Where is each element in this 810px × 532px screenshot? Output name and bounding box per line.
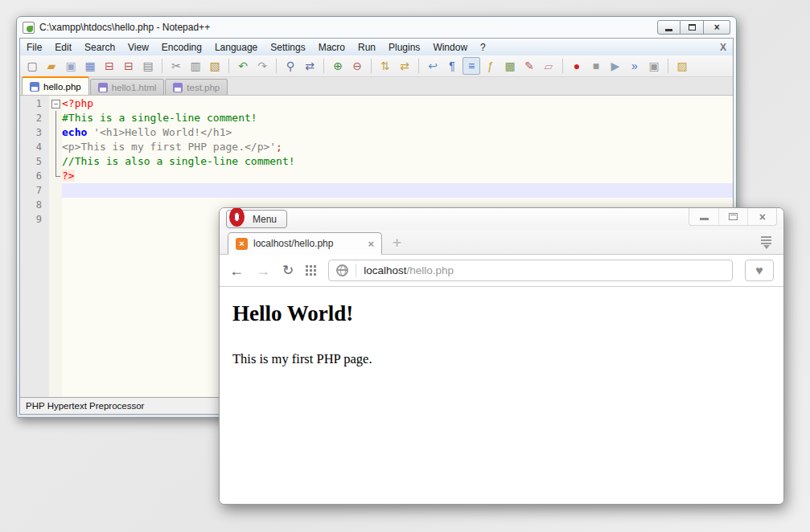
- paste-icon[interactable]: ▧: [206, 57, 224, 75]
- fold-margin: [49, 183, 62, 198]
- opera-maximize-button[interactable]: [718, 208, 747, 225]
- browser-page: Hello World! This is my first PHP page.: [220, 287, 783, 504]
- address-bar[interactable]: localhost/hello.php: [328, 260, 733, 281]
- code-line-1[interactable]: 1<?php: [20, 96, 733, 111]
- file-tab-hello.php[interactable]: hello.php: [22, 76, 89, 95]
- cut-icon[interactable]: ✂: [167, 57, 185, 75]
- menu-settings[interactable]: Settings: [264, 42, 311, 53]
- notepad-close-button[interactable]: ×: [704, 20, 730, 35]
- menu-plugins[interactable]: Plugins: [382, 42, 426, 53]
- save-all-icon[interactable]: ▦: [81, 57, 99, 75]
- code-line-2[interactable]: 2#This is a single-line comment!: [20, 111, 733, 125]
- back-button[interactable]: ←: [229, 264, 244, 278]
- notepad-toolbar: ▢▰▣▦⊟⊟▤✂▥▧↶↷⚲⇄⊕⊖⇅⇄↩¶≡ƒ▩✎▱●■▶»▣▨: [20, 55, 733, 77]
- fold-end-icon: [49, 169, 62, 183]
- fold-start-icon[interactable]: [49, 96, 62, 111]
- doc-switcher-icon[interactable]: ✎: [520, 57, 538, 75]
- close-all-icon[interactable]: ⊟: [120, 57, 138, 75]
- menu-file[interactable]: File: [20, 42, 48, 53]
- fold-mid-icon: [49, 154, 62, 169]
- opera-menu-label: Menu: [253, 214, 277, 225]
- code-line-5[interactable]: 5//This is also a single-line comment!: [20, 154, 733, 169]
- menu-view[interactable]: View: [121, 42, 155, 53]
- project-panel-icon[interactable]: ▱: [540, 57, 557, 75]
- code-line-7[interactable]: 7: [20, 183, 733, 198]
- replace-icon[interactable]: ⇄: [301, 57, 319, 75]
- print-icon[interactable]: ▤: [139, 57, 157, 75]
- menu-macro[interactable]: Macro: [312, 42, 352, 53]
- notepadpp-logo-icon: [23, 22, 35, 34]
- bookmark-button[interactable]: ♥: [745, 260, 774, 281]
- show-all-characters-icon[interactable]: ¶: [443, 57, 461, 75]
- sync-vertical-scroll-icon[interactable]: ⇅: [376, 57, 394, 75]
- document-map-icon[interactable]: ▩: [501, 57, 519, 75]
- menu-help[interactable]: ?: [474, 42, 492, 53]
- record-macro-icon[interactable]: ●: [568, 57, 586, 75]
- opera-top-strip: Menu ×: [220, 208, 783, 230]
- zoom-out-icon[interactable]: ⊖: [348, 57, 366, 75]
- close-icon: ×: [759, 211, 765, 223]
- toolbar-separator: [562, 59, 563, 73]
- close-file-icon[interactable]: ⊟: [101, 57, 118, 75]
- speed-dial-icon[interactable]: [306, 265, 308, 268]
- opera-tabbar: × localhost/hello.php × +: [220, 230, 783, 255]
- play-macro-icon[interactable]: ▶: [606, 57, 624, 75]
- redo-icon[interactable]: ↷: [253, 57, 271, 75]
- find-icon[interactable]: ⚲: [282, 57, 299, 75]
- tab-label: hello.php: [43, 82, 81, 92]
- stop-macro-icon[interactable]: ■: [587, 57, 605, 75]
- opera-menu-button[interactable]: Menu: [226, 210, 287, 228]
- save-macro-icon[interactable]: ▣: [645, 57, 663, 75]
- code-text: <p>This is my first PHP page.</p>';: [62, 140, 733, 154]
- open-file-icon[interactable]: ▰: [43, 57, 60, 75]
- menu-run[interactable]: Run: [352, 42, 382, 53]
- menu-window[interactable]: Window: [426, 42, 474, 53]
- forward-button[interactable]: →: [256, 264, 270, 278]
- menu-edit[interactable]: Edit: [48, 42, 78, 53]
- file-tab-test.php[interactable]: test.php: [165, 79, 228, 95]
- code-text: //This is also a single-line comment!: [62, 154, 733, 169]
- desktop: C:\xampp\htdocs\hello.php - Notepad++ × …: [0, 0, 810, 532]
- closed-tabs-bin-icon[interactable]: [761, 236, 772, 249]
- code-text: <?php: [62, 96, 733, 111]
- new-tab-button[interactable]: +: [393, 235, 401, 250]
- menu-search[interactable]: Search: [78, 42, 121, 53]
- tab-close-icon[interactable]: ×: [368, 239, 374, 249]
- tab-label: hello1.html: [112, 83, 157, 92]
- menubar-close-doc-button[interactable]: X: [713, 42, 733, 53]
- reload-button[interactable]: ↻: [282, 264, 294, 277]
- save-file-icon[interactable]: ▣: [62, 57, 80, 75]
- maximize-icon: [689, 24, 696, 31]
- notepad-titlebar[interactable]: C:\xampp\htdocs\hello.php - Notepad++ ×: [19, 17, 734, 38]
- toolbar-separator: [228, 59, 229, 73]
- notepad-window-title: C:\xampp\htdocs\hello.php - Notepad++: [39, 22, 210, 33]
- sync-horizontal-scroll-icon[interactable]: ⇄: [396, 57, 413, 75]
- code-line-4[interactable]: 4<p>This is my first PHP page.</p>';: [20, 140, 733, 154]
- code-line-6[interactable]: 6?>: [20, 169, 733, 183]
- globe-icon: [336, 264, 348, 276]
- new-file-icon[interactable]: ▢: [23, 57, 41, 75]
- run-macro-multiple-icon[interactable]: »: [626, 57, 643, 75]
- notepad-minimize-button[interactable]: [657, 20, 680, 35]
- function-completion-icon[interactable]: ƒ: [482, 57, 500, 75]
- opera-minimize-button[interactable]: [689, 208, 718, 225]
- notepad-maximize-button[interactable]: [680, 20, 704, 35]
- opera-toolbar: ← → ↻ localhost/hello.php ♥: [220, 255, 783, 287]
- url-text[interactable]: localhost/hello.php: [364, 264, 454, 276]
- code-line-3[interactable]: 3echo '<h1>Hello World!</h1>: [20, 125, 733, 140]
- mime-tools-icon[interactable]: ▨: [673, 57, 691, 75]
- copy-icon[interactable]: ▥: [187, 57, 204, 75]
- opera-tab-localhost[interactable]: × localhost/hello.php ×: [228, 232, 382, 255]
- line-number: 1: [20, 96, 49, 111]
- menu-encoding[interactable]: Encoding: [155, 42, 208, 53]
- menu-language[interactable]: Language: [208, 42, 264, 53]
- opera-close-button[interactable]: ×: [747, 208, 776, 225]
- word-wrap-icon[interactable]: ↩: [424, 57, 442, 75]
- zoom-in-icon[interactable]: ⊕: [329, 57, 347, 75]
- line-number: 4: [20, 140, 49, 154]
- code-text: ?>: [62, 169, 733, 183]
- show-indent-guide-icon[interactable]: ≡: [463, 57, 480, 75]
- file-tab-hello1.html[interactable]: hello1.html: [90, 79, 165, 95]
- minimize-icon: [700, 218, 709, 220]
- undo-icon[interactable]: ↶: [234, 57, 252, 75]
